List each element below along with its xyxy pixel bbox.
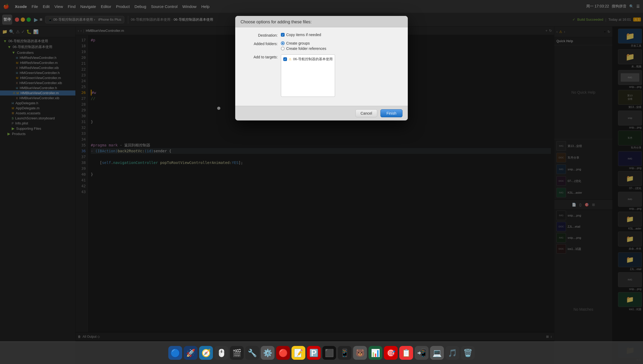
dock-launchpad[interactable]: 🚀	[184, 346, 198, 360]
modal-targets-label: Add to targets:	[241, 54, 278, 59]
destination-checkbox-label: Copy items if needed	[286, 33, 321, 37]
modal-overlay: Choose options for adding these files: D…	[0, 0, 643, 364]
modal-dialog: Choose options for adding these files: D…	[235, 16, 408, 120]
modal-targets-box: ✓ ⚠ 06-导航控制器的基本使用	[281, 54, 335, 97]
modal-row-folders: Added folders: Create groups Create fold…	[241, 41, 402, 51]
modal-destination-control: ✓ Copy items if needed	[281, 33, 402, 37]
target-warning-icon: ⚠	[289, 57, 292, 61]
modal-title: Choose options for adding these files:	[241, 20, 402, 24]
dock-app5[interactable]: 📋	[399, 346, 413, 360]
dock-app8[interactable]: 🎵	[445, 346, 459, 360]
destination-checkbox[interactable]: ✓	[281, 33, 285, 37]
create-groups-label: Create groups	[286, 41, 310, 45]
modal-destination-label: Destination:	[241, 33, 278, 37]
dock-app6[interactable]: 📲	[415, 346, 428, 360]
modal-folders-control: Create groups Create folder references	[281, 41, 402, 51]
create-groups-radio-row: Create groups	[281, 41, 402, 45]
modal-header: Choose options for adding these files:	[235, 16, 408, 27]
dock-pockethub[interactable]: 🅿️	[307, 346, 321, 360]
target-checkbox[interactable]: ✓	[283, 57, 287, 61]
create-folder-refs-label: Create folder references	[286, 46, 326, 51]
cancel-button[interactable]: Cancel	[355, 109, 377, 117]
destination-checkbox-row: ✓ Copy items if needed	[281, 33, 402, 37]
dock-notes[interactable]: 📝	[292, 346, 305, 360]
modal-body: Destination: ✓ Copy items if needed Adde…	[235, 27, 408, 106]
radio-inner	[282, 42, 284, 44]
dock-app4[interactable]: 🎯	[384, 346, 398, 360]
modal-footer: Cancel Finish	[235, 106, 408, 120]
dock-app2[interactable]: 🐻	[353, 346, 367, 360]
create-groups-radio[interactable]	[281, 41, 285, 45]
dock-terminal[interactable]: ⬛	[322, 346, 336, 360]
dock-trash[interactable]: 🗑️	[461, 346, 475, 360]
finish-button[interactable]: Finish	[380, 109, 402, 117]
dock-finder[interactable]: 🔵	[168, 346, 182, 360]
dock: 🔵 🚀 🧭 🖱️ 🎬 🔧 ⚙️ 🔴 📝 🅿️ ⬛ 📱 🐻 📊 🎯 📋	[0, 341, 643, 364]
dock-safari[interactable]: 🧭	[199, 346, 213, 360]
dock-app1[interactable]: 🔴	[276, 346, 290, 360]
dock-mobile[interactable]: 📱	[338, 346, 351, 360]
dock-video[interactable]: 🎬	[230, 346, 244, 360]
dock-sysprefs[interactable]: ⚙️	[261, 346, 275, 360]
modal-target-item[interactable]: ✓ ⚠ 06-导航控制器的基本使用	[283, 57, 333, 62]
dock-mouse[interactable]: 🖱️	[215, 346, 228, 360]
modal-row-destination: Destination: ✓ Copy items if needed	[241, 33, 402, 37]
dock-app3[interactable]: 📊	[368, 346, 382, 360]
create-folder-refs-radio[interactable]	[281, 47, 285, 50]
create-folder-refs-radio-row: Create folder references	[281, 46, 402, 51]
modal-folders-label: Added folders:	[241, 41, 278, 46]
modal-row-targets: Add to targets: ✓ ⚠ 06-导航控制器的基本使用	[241, 54, 402, 97]
target-name: 06-导航控制器的基本使用	[293, 57, 333, 62]
dock-app7[interactable]: 💻	[430, 346, 444, 360]
dock-tools[interactable]: 🔧	[245, 346, 259, 360]
